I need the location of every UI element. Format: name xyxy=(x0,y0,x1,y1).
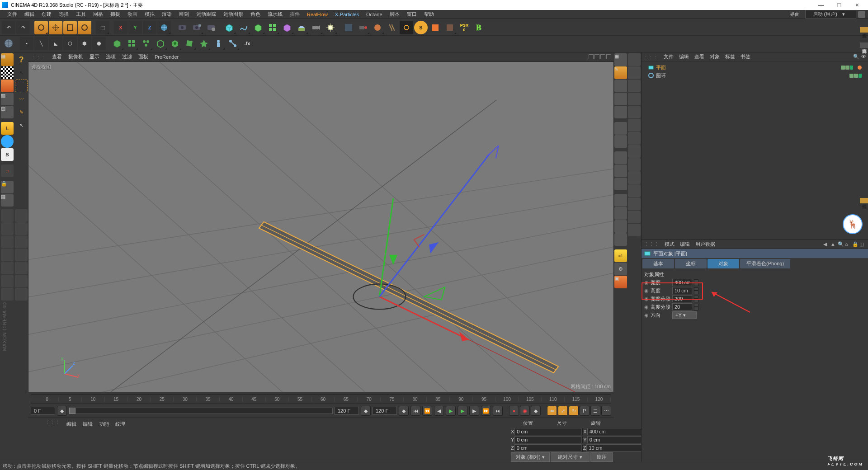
menu-mesh[interactable]: 网格 xyxy=(90,10,107,19)
prev-key[interactable]: ⏪ xyxy=(422,406,432,416)
side-tab-2[interactable]: 内容浏览器 xyxy=(860,42,868,48)
rtool-b9[interactable] xyxy=(628,158,641,171)
cursor-2[interactable]: ↖ xyxy=(15,119,28,132)
coord-mode-2[interactable]: 绝对尺寸 ▾ xyxy=(551,452,590,462)
attr-width-field[interactable] xyxy=(672,279,692,286)
spinner-icon-2[interactable]: ◆ xyxy=(361,406,371,416)
menu-track[interactable]: 运动跟踪 xyxy=(193,10,220,19)
rtool-10[interactable] xyxy=(614,178,627,190)
om-menu-obj[interactable]: 对象 xyxy=(710,53,720,60)
misc-tool-1[interactable]: ⬡ xyxy=(63,37,77,50)
tab-phong[interactable]: 平滑着色(Phong) xyxy=(740,259,790,268)
tree-item-plane[interactable]: 平面 xyxy=(642,63,867,71)
rtool-b1[interactable] xyxy=(628,53,641,66)
attr-wseg-field[interactable] xyxy=(672,295,692,302)
maximize-button[interactable]: □ xyxy=(830,1,848,9)
psr-reset[interactable]: PSR0 xyxy=(458,21,471,34)
layout-toggle[interactable] xyxy=(858,11,865,18)
rtool-b8[interactable] xyxy=(628,145,641,158)
pos-y[interactable] xyxy=(514,436,581,443)
om-menu-bookmark[interactable]: 书签 xyxy=(741,53,750,60)
key-opt[interactable]: ☰ xyxy=(590,406,600,416)
menu-octane[interactable]: Octane xyxy=(363,11,386,18)
attr-home-icon[interactable]: ⌂ xyxy=(845,241,851,247)
vp-menu-options[interactable]: 选项 xyxy=(106,53,116,60)
bodypaint[interactable] xyxy=(371,21,384,34)
object-tree[interactable]: 平面 圆环 🦌 xyxy=(642,61,868,240)
tab-coord[interactable]: 坐标 xyxy=(675,259,707,268)
cube-primitive[interactable] xyxy=(222,21,236,34)
tree-item-circle[interactable]: 圆环 xyxy=(642,71,867,80)
key-pla[interactable]: P xyxy=(580,406,590,416)
menu-mograph[interactable]: 运动图形 xyxy=(220,10,247,19)
vp-menu-filter[interactable]: 过滤 xyxy=(122,53,132,60)
key-r[interactable]: ↻ xyxy=(569,406,579,416)
mat-menu-4[interactable]: 纹理 xyxy=(115,421,125,428)
rtool-12[interactable] xyxy=(614,207,627,220)
select-tool[interactable] xyxy=(34,21,48,34)
xpresso-tool[interactable] xyxy=(342,21,355,34)
rtool-4[interactable] xyxy=(614,93,627,105)
lasso-select[interactable]: 〰 xyxy=(15,93,28,105)
timeline-ruler[interactable]: 0510152025303540455055606570758085909510… xyxy=(31,394,611,404)
rect-select[interactable] xyxy=(15,80,28,92)
redo-button[interactable]: ↷ xyxy=(16,21,30,34)
rtool-gear[interactable]: ⚙ xyxy=(614,263,627,275)
mograph-5[interactable] xyxy=(168,37,182,50)
mograph-cloner[interactable] xyxy=(110,37,124,50)
rtool-brown[interactable]: ✎ xyxy=(614,66,627,79)
vp-nav-2[interactable] xyxy=(594,54,599,59)
menu-simulate[interactable]: 模拟 xyxy=(141,10,158,19)
rtool-b13[interactable] xyxy=(628,211,641,223)
attr-search-icon[interactable]: 🔍 xyxy=(838,241,844,247)
coord-mode-1[interactable]: 对象 (相对) ▾ xyxy=(511,452,550,462)
play-forward[interactable]: ▶ xyxy=(458,406,467,416)
attr-new-icon[interactable]: ◫ xyxy=(859,241,865,247)
edge-tool[interactable]: ╲ xyxy=(34,37,48,50)
menu-select[interactable]: 选择 xyxy=(55,10,72,19)
play-back[interactable]: ▶ xyxy=(446,406,456,416)
key-misc[interactable]: ⋯ xyxy=(601,406,611,416)
om-search-icon[interactable]: 🔍 xyxy=(853,54,859,60)
palette-b7[interactable] xyxy=(15,288,28,301)
prev-frame[interactable]: ◀ xyxy=(434,406,444,416)
vp-nav-3[interactable] xyxy=(600,54,605,59)
attr-direction-select[interactable]: +Y ▾ xyxy=(672,311,697,319)
render-settings[interactable] xyxy=(204,21,218,34)
attr-back-icon[interactable]: ◀ xyxy=(823,241,829,247)
om-menu-file[interactable]: 文件 xyxy=(664,53,674,60)
menu-create[interactable]: 创建 xyxy=(38,10,55,19)
viewport[interactable]: 透视视图 xyxy=(28,61,614,392)
vp-menu-camera[interactable]: 摄像机 xyxy=(68,53,83,60)
spline-primitive[interactable] xyxy=(237,21,250,34)
rtool-b4[interactable] xyxy=(628,93,641,105)
poly-tool[interactable]: ◣ xyxy=(49,37,62,50)
palette-b6[interactable] xyxy=(15,275,28,287)
menu-help[interactable]: 帮助 xyxy=(420,10,438,19)
key-p[interactable]: ⬌ xyxy=(547,406,557,416)
rtool-3[interactable] xyxy=(614,80,627,92)
attr-hseg-field[interactable] xyxy=(672,303,692,310)
rtool-b3[interactable] xyxy=(628,80,641,92)
y-axis-lock[interactable]: Y xyxy=(128,21,142,34)
mograph-2[interactable] xyxy=(125,37,138,50)
environment[interactable] xyxy=(295,21,308,34)
rtool-13[interactable] xyxy=(614,220,627,233)
timeline-start[interactable] xyxy=(31,407,55,415)
side-tab-3[interactable]: 属性 xyxy=(860,198,868,203)
record-key[interactable]: ● xyxy=(509,406,519,416)
rtool-yellow[interactable]: =1 xyxy=(614,249,627,262)
motion-cam[interactable] xyxy=(356,21,370,34)
vp-menu-view[interactable]: 查看 xyxy=(52,53,62,60)
rtool-b7[interactable] xyxy=(628,132,641,145)
recent-tool[interactable]: ⬚ xyxy=(96,21,109,34)
attr-menu-mode[interactable]: 模式 xyxy=(665,241,675,248)
deformer[interactable] xyxy=(280,21,294,34)
menu-pipeline[interactable]: 流水线 xyxy=(264,10,286,19)
autokey[interactable]: ◉ xyxy=(520,406,530,416)
mograph-6[interactable] xyxy=(183,37,196,50)
menu-tools[interactable]: 工具 xyxy=(72,10,90,19)
render-picture[interactable] xyxy=(190,21,203,34)
pos-x[interactable] xyxy=(514,428,581,435)
mat-menu-3[interactable]: 功能 xyxy=(99,421,109,428)
